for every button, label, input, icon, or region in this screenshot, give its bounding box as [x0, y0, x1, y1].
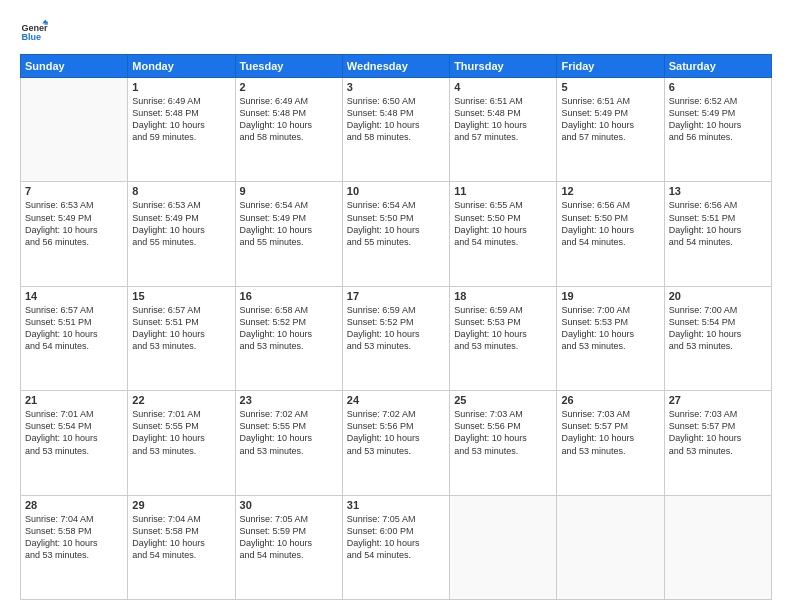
calendar-cell: 28Sunrise: 7:04 AM Sunset: 5:58 PM Dayli… [21, 495, 128, 599]
calendar-cell: 22Sunrise: 7:01 AM Sunset: 5:55 PM Dayli… [128, 391, 235, 495]
calendar-cell: 14Sunrise: 6:57 AM Sunset: 5:51 PM Dayli… [21, 286, 128, 390]
calendar-cell: 15Sunrise: 6:57 AM Sunset: 5:51 PM Dayli… [128, 286, 235, 390]
day-number: 1 [132, 81, 230, 93]
day-number: 13 [669, 185, 767, 197]
day-number: 11 [454, 185, 552, 197]
day-number: 17 [347, 290, 445, 302]
calendar-cell: 8Sunrise: 6:53 AM Sunset: 5:49 PM Daylig… [128, 182, 235, 286]
day-number: 24 [347, 394, 445, 406]
calendar-cell: 21Sunrise: 7:01 AM Sunset: 5:54 PM Dayli… [21, 391, 128, 495]
calendar-cell: 9Sunrise: 6:54 AM Sunset: 5:49 PM Daylig… [235, 182, 342, 286]
calendar-cell [664, 495, 771, 599]
calendar-cell: 19Sunrise: 7:00 AM Sunset: 5:53 PM Dayli… [557, 286, 664, 390]
calendar-cell: 25Sunrise: 7:03 AM Sunset: 5:56 PM Dayli… [450, 391, 557, 495]
day-number: 29 [132, 499, 230, 511]
day-number: 10 [347, 185, 445, 197]
cell-info: Sunrise: 6:59 AM Sunset: 5:52 PM Dayligh… [347, 304, 445, 353]
day-number: 6 [669, 81, 767, 93]
cell-info: Sunrise: 6:56 AM Sunset: 5:51 PM Dayligh… [669, 199, 767, 248]
day-number: 25 [454, 394, 552, 406]
cell-info: Sunrise: 6:50 AM Sunset: 5:48 PM Dayligh… [347, 95, 445, 144]
cell-info: Sunrise: 7:05 AM Sunset: 6:00 PM Dayligh… [347, 513, 445, 562]
calendar-cell: 16Sunrise: 6:58 AM Sunset: 5:52 PM Dayli… [235, 286, 342, 390]
cell-info: Sunrise: 7:03 AM Sunset: 5:57 PM Dayligh… [561, 408, 659, 457]
calendar-cell: 13Sunrise: 6:56 AM Sunset: 5:51 PM Dayli… [664, 182, 771, 286]
svg-text:Blue: Blue [21, 32, 41, 42]
logo: General Blue [20, 18, 48, 46]
calendar-cell: 11Sunrise: 6:55 AM Sunset: 5:50 PM Dayli… [450, 182, 557, 286]
col-header-sunday: Sunday [21, 55, 128, 78]
col-header-saturday: Saturday [664, 55, 771, 78]
col-header-thursday: Thursday [450, 55, 557, 78]
cell-info: Sunrise: 7:03 AM Sunset: 5:57 PM Dayligh… [669, 408, 767, 457]
day-number: 28 [25, 499, 123, 511]
cell-info: Sunrise: 7:01 AM Sunset: 5:54 PM Dayligh… [25, 408, 123, 457]
calendar-cell: 30Sunrise: 7:05 AM Sunset: 5:59 PM Dayli… [235, 495, 342, 599]
cell-info: Sunrise: 6:59 AM Sunset: 5:53 PM Dayligh… [454, 304, 552, 353]
day-number: 4 [454, 81, 552, 93]
cell-info: Sunrise: 6:57 AM Sunset: 5:51 PM Dayligh… [25, 304, 123, 353]
calendar-cell: 24Sunrise: 7:02 AM Sunset: 5:56 PM Dayli… [342, 391, 449, 495]
col-header-tuesday: Tuesday [235, 55, 342, 78]
cell-info: Sunrise: 6:58 AM Sunset: 5:52 PM Dayligh… [240, 304, 338, 353]
calendar-cell: 29Sunrise: 7:04 AM Sunset: 5:58 PM Dayli… [128, 495, 235, 599]
calendar-cell: 23Sunrise: 7:02 AM Sunset: 5:55 PM Dayli… [235, 391, 342, 495]
day-number: 7 [25, 185, 123, 197]
calendar-cell: 17Sunrise: 6:59 AM Sunset: 5:52 PM Dayli… [342, 286, 449, 390]
day-number: 30 [240, 499, 338, 511]
cell-info: Sunrise: 6:53 AM Sunset: 5:49 PM Dayligh… [25, 199, 123, 248]
day-number: 21 [25, 394, 123, 406]
calendar-cell: 7Sunrise: 6:53 AM Sunset: 5:49 PM Daylig… [21, 182, 128, 286]
calendar-cell: 2Sunrise: 6:49 AM Sunset: 5:48 PM Daylig… [235, 78, 342, 182]
cell-info: Sunrise: 7:04 AM Sunset: 5:58 PM Dayligh… [25, 513, 123, 562]
cell-info: Sunrise: 6:52 AM Sunset: 5:49 PM Dayligh… [669, 95, 767, 144]
calendar-cell [21, 78, 128, 182]
day-number: 27 [669, 394, 767, 406]
calendar-cell: 27Sunrise: 7:03 AM Sunset: 5:57 PM Dayli… [664, 391, 771, 495]
calendar-cell [450, 495, 557, 599]
cell-info: Sunrise: 7:00 AM Sunset: 5:53 PM Dayligh… [561, 304, 659, 353]
day-number: 16 [240, 290, 338, 302]
calendar-cell: 3Sunrise: 6:50 AM Sunset: 5:48 PM Daylig… [342, 78, 449, 182]
col-header-wednesday: Wednesday [342, 55, 449, 78]
calendar-cell [557, 495, 664, 599]
cell-info: Sunrise: 7:00 AM Sunset: 5:54 PM Dayligh… [669, 304, 767, 353]
day-number: 14 [25, 290, 123, 302]
calendar-table: SundayMondayTuesdayWednesdayThursdayFrid… [20, 54, 772, 600]
cell-info: Sunrise: 7:02 AM Sunset: 5:55 PM Dayligh… [240, 408, 338, 457]
calendar-cell: 6Sunrise: 6:52 AM Sunset: 5:49 PM Daylig… [664, 78, 771, 182]
cell-info: Sunrise: 7:04 AM Sunset: 5:58 PM Dayligh… [132, 513, 230, 562]
day-number: 3 [347, 81, 445, 93]
day-number: 9 [240, 185, 338, 197]
cell-info: Sunrise: 6:54 AM Sunset: 5:50 PM Dayligh… [347, 199, 445, 248]
cell-info: Sunrise: 7:02 AM Sunset: 5:56 PM Dayligh… [347, 408, 445, 457]
col-header-friday: Friday [557, 55, 664, 78]
cell-info: Sunrise: 6:54 AM Sunset: 5:49 PM Dayligh… [240, 199, 338, 248]
calendar-cell: 31Sunrise: 7:05 AM Sunset: 6:00 PM Dayli… [342, 495, 449, 599]
cell-info: Sunrise: 7:03 AM Sunset: 5:56 PM Dayligh… [454, 408, 552, 457]
cell-info: Sunrise: 6:51 AM Sunset: 5:49 PM Dayligh… [561, 95, 659, 144]
day-number: 18 [454, 290, 552, 302]
calendar-cell: 12Sunrise: 6:56 AM Sunset: 5:50 PM Dayli… [557, 182, 664, 286]
day-number: 23 [240, 394, 338, 406]
day-number: 19 [561, 290, 659, 302]
day-number: 22 [132, 394, 230, 406]
calendar-cell: 26Sunrise: 7:03 AM Sunset: 5:57 PM Dayli… [557, 391, 664, 495]
cell-info: Sunrise: 6:53 AM Sunset: 5:49 PM Dayligh… [132, 199, 230, 248]
cell-info: Sunrise: 6:55 AM Sunset: 5:50 PM Dayligh… [454, 199, 552, 248]
cell-info: Sunrise: 7:01 AM Sunset: 5:55 PM Dayligh… [132, 408, 230, 457]
calendar-cell: 18Sunrise: 6:59 AM Sunset: 5:53 PM Dayli… [450, 286, 557, 390]
day-number: 15 [132, 290, 230, 302]
cell-info: Sunrise: 7:05 AM Sunset: 5:59 PM Dayligh… [240, 513, 338, 562]
cell-info: Sunrise: 6:51 AM Sunset: 5:48 PM Dayligh… [454, 95, 552, 144]
day-number: 8 [132, 185, 230, 197]
col-header-monday: Monday [128, 55, 235, 78]
calendar-cell: 4Sunrise: 6:51 AM Sunset: 5:48 PM Daylig… [450, 78, 557, 182]
header: General Blue [20, 18, 772, 46]
logo-icon: General Blue [20, 18, 48, 46]
day-number: 31 [347, 499, 445, 511]
cell-info: Sunrise: 6:49 AM Sunset: 5:48 PM Dayligh… [132, 95, 230, 144]
cell-info: Sunrise: 6:57 AM Sunset: 5:51 PM Dayligh… [132, 304, 230, 353]
calendar-cell: 1Sunrise: 6:49 AM Sunset: 5:48 PM Daylig… [128, 78, 235, 182]
day-number: 2 [240, 81, 338, 93]
